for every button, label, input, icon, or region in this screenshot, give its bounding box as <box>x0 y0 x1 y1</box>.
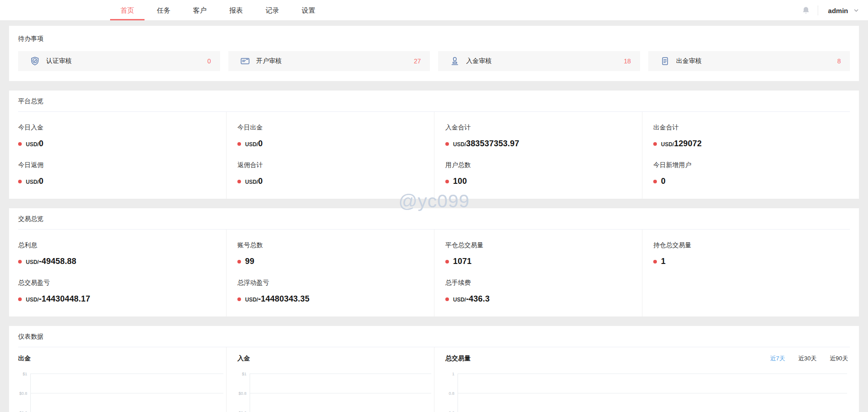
stat-total-interest: 总利息 USD/-49458.88 <box>18 241 226 266</box>
withdraw-chart-plot: $1 $0.8 $0.6 <box>18 374 226 412</box>
stat-column: 平仓总交易量 1071 总手续费 USD/-436.3 <box>434 230 642 316</box>
stat-total-users: 用户总数 100 <box>445 161 642 186</box>
todo-card-deposit-review[interactable]: 入金审核 18 <box>438 51 640 71</box>
credit-card-icon <box>240 56 250 66</box>
stat-dot-icon <box>237 180 241 183</box>
chart-title-total-volume: 总交易量 <box>445 355 471 363</box>
stat-closed-volume: 平仓总交易量 1071 <box>445 241 642 266</box>
gauge-charts: 出金 $1 $0.8 $0.6 入金 $1 $0.8 $0.6 <box>18 347 850 412</box>
tab-reports[interactable]: 报表 <box>218 0 254 20</box>
divider <box>818 5 818 15</box>
stat-total-commission: 总手续费 USD/-436.3 <box>445 279 642 304</box>
todo-card-auth-review[interactable]: 认证审核 0 <box>18 51 220 71</box>
tab-customers[interactable]: 客户 <box>182 0 218 20</box>
gridline <box>458 393 847 393</box>
user-menu[interactable]: admin <box>828 7 848 14</box>
tab-home[interactable]: 首页 <box>109 0 145 20</box>
chart-title-deposit: 入金 <box>237 355 250 363</box>
user-area: admin <box>801 0 860 21</box>
stat-dot-icon <box>18 260 22 263</box>
clipboard-icon <box>660 56 670 66</box>
notification-bell-icon[interactable] <box>801 6 810 15</box>
range-90-days[interactable]: 近90天 <box>830 355 848 363</box>
stat-total-withdraw: 出金合计 USD/129072 <box>653 124 850 149</box>
trade-section-title: 交易总览 <box>18 215 43 222</box>
todo-card-count: 0 <box>207 57 211 65</box>
stat-dot-icon <box>237 142 241 146</box>
todo-card-label: 开户审核 <box>256 57 282 65</box>
range-7-days[interactable]: 近7天 <box>770 355 785 363</box>
todo-card-count: 8 <box>837 57 841 65</box>
platform-section-title: 平台总览 <box>18 97 43 105</box>
gridline <box>458 374 847 374</box>
gridline <box>250 393 431 393</box>
gauge-section-title: 仪表数据 <box>18 333 43 340</box>
trade-stats: 总利息 USD/-49458.88 总交易盈亏 USD/-14430448.17… <box>18 230 850 316</box>
platform-overview-section: 平台总览 今日入金 USD/0 今日返佣 USD/0 今日出金 USD/0 返佣… <box>9 91 859 199</box>
todo-card-account-open-review[interactable]: 开户审核 27 <box>228 51 430 71</box>
stat-dot-icon <box>653 260 657 263</box>
range-30-days[interactable]: 近30天 <box>798 355 816 363</box>
total-volume-chart-plot: 1 0.8 0.6 <box>445 374 850 412</box>
stat-total-rebate: 返佣合计 USD/0 <box>237 161 434 186</box>
stat-today-withdraw: 今日出金 USD/0 <box>237 124 434 149</box>
y-axis-label: $1 <box>237 372 246 376</box>
stat-dot-icon <box>237 297 241 301</box>
stat-column: 账号总数 99 总浮动盈亏 USD/-14480343.35 <box>226 230 434 316</box>
stat-total-trade-pnl: 总交易盈亏 USD/-14430448.17 <box>18 279 226 304</box>
top-nav: 首页 任务 客户 报表 记录 设置 admin <box>0 0 868 21</box>
y-axis-label: 1 <box>445 372 454 376</box>
todo-cards: 认证审核 0 开户审核 27 入金审核 18 <box>18 51 850 71</box>
stat-today-deposit: 今日入金 USD/0 <box>18 124 226 149</box>
stat-dot-icon <box>18 180 22 183</box>
tab-settings[interactable]: 设置 <box>290 0 327 20</box>
stat-dot-icon <box>653 180 657 183</box>
tab-records[interactable]: 记录 <box>254 0 290 20</box>
stat-dot-icon <box>653 142 657 146</box>
stat-total-accounts: 账号总数 99 <box>237 241 434 266</box>
stat-dot-icon <box>237 260 241 263</box>
y-axis-line <box>250 374 250 412</box>
todo-card-count: 27 <box>414 57 421 65</box>
tab-tasks[interactable]: 任务 <box>145 0 182 20</box>
nav-tabs: 首页 任务 客户 报表 记录 设置 <box>109 0 327 20</box>
stamp-icon <box>450 56 460 66</box>
stat-column: 总利息 USD/-49458.88 总交易盈亏 USD/-14430448.17 <box>18 230 226 316</box>
stat-today-rebate: 今日返佣 USD/0 <box>18 161 226 186</box>
deposit-chart: 入金 $1 $0.8 $0.6 <box>226 347 434 412</box>
gridline <box>30 374 223 374</box>
trade-overview-section: 交易总览 总利息 USD/-49458.88 总交易盈亏 USD/-144304… <box>9 208 859 316</box>
stat-dot-icon <box>445 180 449 183</box>
todo-card-label: 入金审核 <box>466 57 492 65</box>
todo-card-label: 认证审核 <box>46 57 72 65</box>
gauge-data-section: 仪表数据 出金 $1 $0.8 $0.6 入金 $1 $0.8 <box>9 326 859 412</box>
chevron-down-icon[interactable] <box>853 7 860 14</box>
gridline <box>30 393 223 393</box>
y-axis-label: $0.8 <box>237 391 246 396</box>
stat-dot-icon <box>445 297 449 301</box>
stat-column: 出金合计 USD/129072 今日新增用户 0 <box>642 112 850 199</box>
y-axis-label: $0.8 <box>18 391 27 396</box>
y-axis-line <box>30 374 31 412</box>
stat-dot-icon <box>18 142 22 146</box>
stat-column: 今日出金 USD/0 返佣合计 USD/0 <box>226 112 434 199</box>
stat-dot-icon <box>18 297 22 301</box>
deposit-chart-plot: $1 $0.8 $0.6 <box>237 374 434 412</box>
stat-open-volume: 持仓总交易量 1 <box>653 241 850 266</box>
chart-title-withdraw: 出金 <box>18 355 31 363</box>
stat-dot-icon <box>445 142 449 146</box>
total-volume-chart: 总交易量 近7天 近30天 近90天 1 0.8 0.6 <box>434 347 850 412</box>
stat-column: 今日入金 USD/0 今日返佣 USD/0 <box>18 112 226 199</box>
stat-dot-icon <box>445 260 449 263</box>
todo-card-withdraw-review[interactable]: 出金审核 8 <box>648 51 850 71</box>
y-axis-label: $1 <box>18 372 27 376</box>
y-axis-label: 0.8 <box>445 391 454 396</box>
todo-card-label: 出金审核 <box>676 57 702 65</box>
stat-total-deposit: 入金合计 USD/383537353.97 <box>445 124 642 149</box>
withdraw-chart: 出金 $1 $0.8 $0.6 <box>18 347 226 412</box>
shield-check-icon <box>30 56 40 66</box>
platform-stats: 今日入金 USD/0 今日返佣 USD/0 今日出金 USD/0 返佣合计 US… <box>18 112 850 199</box>
stat-column: 入金合计 USD/383537353.97 用户总数 100 <box>434 112 642 199</box>
todo-card-count: 18 <box>624 57 631 65</box>
todo-section-title: 待办事项 <box>18 35 850 43</box>
